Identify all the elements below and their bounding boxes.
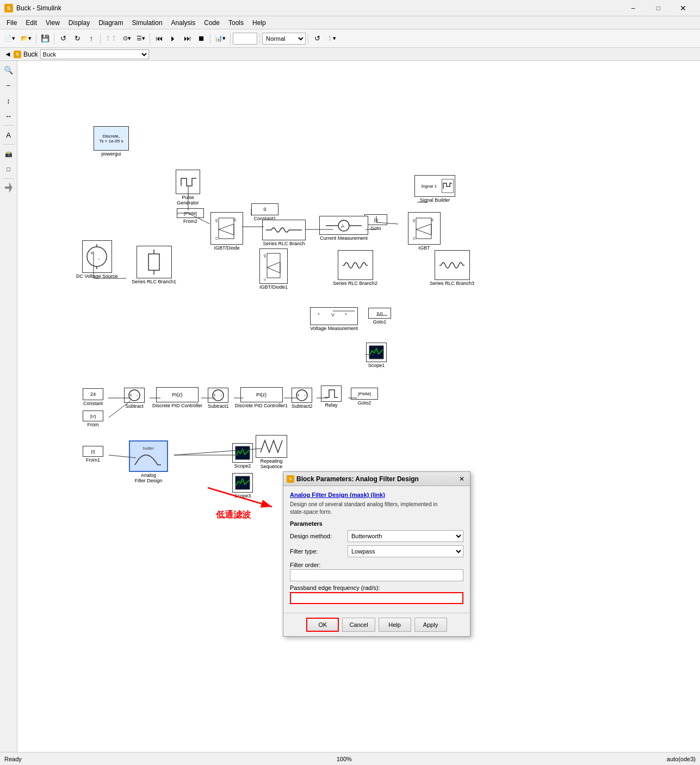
svg-line-60	[267, 268, 280, 273]
svg-text:g: g	[264, 253, 266, 258]
block-current-meas[interactable]: A Current Measurement	[319, 216, 368, 241]
menu-display[interactable]: Display	[64, 18, 94, 28]
pan-button[interactable]: ↔	[2, 109, 16, 123]
svg-text:+: +	[129, 393, 132, 398]
save-button[interactable]: 💾	[39, 32, 52, 46]
menu-diagram[interactable]: Diagram	[94, 18, 127, 28]
block-goto1[interactable]: [U] Goto1	[368, 308, 391, 325]
toolbar: 📄▾ 📂▾ 💾 ↺ ↻ ↑ ⋮⋮ ⊙▾ ☰▾ ⏮ ⏵ ⏭ ⏹ 📊▾ 20 Nor…	[0, 29, 700, 48]
library-button[interactable]: ⋮⋮	[103, 32, 119, 46]
block-from2[interactable]: [PWM] From2	[177, 208, 204, 224]
menu-simulation[interactable]: Simulation	[128, 18, 167, 28]
filter-type-select[interactable]: Lowpass Highpass Bandpass Bandstop	[348, 545, 463, 557]
block-pid-ctrl1[interactable]: PI(z) Discrete PID Controller1	[235, 387, 288, 408]
menu-edit[interactable]: Edit	[21, 18, 41, 28]
block-goto2[interactable]: [PWM] Goto2	[351, 388, 378, 406]
block-igbt-diode[interactable]: g E C IGBT/Diode	[210, 212, 243, 251]
block-scope3[interactable]: Scope3	[232, 473, 253, 499]
chart-button[interactable]: 📊▾	[213, 32, 228, 46]
breadcrumb-select[interactable]: Buck	[40, 49, 149, 59]
block-series-rlc1[interactable]: Series RLC Branch1	[132, 246, 176, 284]
block-from-u[interactable]: [U] From	[83, 411, 103, 427]
block-igbt-diode1[interactable]: g u IGBT/Diode1	[259, 248, 288, 290]
design-method-select[interactable]: Butterworth Chebyshev I Chebyshev II Ell…	[348, 530, 463, 542]
filter-type-row: Filter type: Lowpass Highpass Bandpass B…	[290, 545, 463, 557]
apply-button[interactable]: Apply	[414, 618, 447, 632]
refresh-button[interactable]: ↺	[311, 32, 324, 46]
maximize-button[interactable]: □	[646, 0, 671, 16]
dialog-close-button[interactable]: ✕	[457, 474, 467, 484]
block-subtract2[interactable]: + - Subtract2	[292, 388, 313, 409]
block-pid-ctrl[interactable]: PI(z) Discrete PID Controller	[152, 387, 202, 408]
block-from1-label: From1	[86, 457, 100, 463]
zoom-out-button[interactable]: −	[2, 78, 16, 92]
block-params-dialog[interactable]: S Block Parameters: Analog Filter Design…	[283, 471, 470, 637]
dialog-footer: OK Cancel Help Apply	[283, 613, 470, 636]
block-voltage-meas[interactable]: * V * Voltage Measurement	[310, 307, 358, 331]
block-dc-source[interactable]: + - DC Voltage Source	[76, 240, 118, 279]
block-from2-label: From2	[183, 219, 197, 224]
filter-order-input[interactable]: 2	[290, 569, 463, 581]
simscape-button[interactable]: ⊙▾	[120, 32, 133, 46]
block-button[interactable]: □	[2, 162, 16, 176]
minimize-button[interactable]: –	[621, 0, 646, 16]
block-subtract1[interactable]: + - Subtract1	[208, 388, 229, 409]
fit-button[interactable]: ↕	[2, 94, 16, 108]
block-constant1[interactable]: 0 Constant1	[251, 203, 278, 221]
debug-button[interactable]: ☰▾	[134, 32, 147, 46]
block-repeating-seq[interactable]: RepeatingSequence	[256, 435, 287, 469]
redo-button[interactable]: ↻	[71, 32, 84, 46]
block-series-rlc2[interactable]: Series RLC Branch2	[333, 250, 377, 286]
menu-tools[interactable]: Tools	[224, 18, 248, 28]
block-series-rlc1-label: Series RLC Branch1	[132, 279, 176, 284]
menu-view[interactable]: View	[41, 18, 64, 28]
stop-button[interactable]: ⏹	[195, 32, 208, 46]
block-subtract[interactable]: + - Subtract	[124, 388, 145, 409]
breadcrumb-nav-btn[interactable]: ◄	[4, 50, 11, 58]
block-signal-builder[interactable]: Signal 1 Signal Builder	[414, 175, 455, 203]
menu-help[interactable]: Help	[248, 18, 270, 28]
dialog-titlebar: S Block Parameters: Analog Filter Design…	[283, 472, 470, 486]
zoom-in-button[interactable]: 🔍	[2, 63, 16, 77]
sim-time-input[interactable]: 20	[233, 33, 257, 45]
svg-text:u: u	[264, 277, 266, 281]
block-igbt[interactable]: g E C IGBT	[408, 212, 441, 251]
sim-mode-select[interactable]: Normal Accelerator	[262, 33, 306, 45]
app-icon: S	[4, 4, 13, 13]
cancel-button[interactable]: Cancel	[342, 618, 375, 632]
wires-layer	[17, 61, 700, 752]
open-button[interactable]: 📂▾	[18, 32, 34, 46]
new-button[interactable]: 📄▾	[2, 32, 17, 46]
block-series-rlc[interactable]: Series RLC Branch	[262, 220, 306, 246]
up-button[interactable]: ↑	[85, 32, 98, 46]
ok-button[interactable]: OK	[306, 618, 339, 632]
statusbar-center: 100%	[337, 756, 352, 762]
close-button[interactable]: ✕	[671, 0, 696, 16]
svg-line-59	[267, 262, 280, 268]
toolbar-sep6	[230, 33, 231, 44]
block-analog-filter[interactable]: butter AnalogFilter Design	[129, 440, 168, 483]
pause-button[interactable]: ⏭	[181, 32, 194, 46]
menu-analysis[interactable]: Analysis	[167, 18, 200, 28]
block-pulse-gen[interactable]: PulseGenerator	[176, 170, 200, 206]
step-back-button[interactable]: ⏮	[152, 32, 165, 46]
grid-button[interactable]: ⋮▾	[325, 32, 338, 46]
menu-code[interactable]: Code	[200, 18, 224, 28]
menu-file[interactable]: File	[2, 18, 21, 28]
text-button[interactable]: A	[2, 128, 16, 142]
undo-button[interactable]: ↺	[57, 32, 70, 46]
block-series-rlc3[interactable]: Series RLC Branch3	[430, 250, 474, 286]
breadcrumb-root[interactable]: Buck	[23, 51, 38, 58]
screenshot-button[interactable]: 📸	[2, 147, 16, 161]
block-from1[interactable]: [I] From1	[83, 446, 103, 463]
help-button[interactable]: Help	[379, 618, 411, 632]
block-powergui[interactable]: Discrete, Ts = 1e-05 s powergui	[94, 126, 129, 157]
dialog-header-link[interactable]: Analog Filter Design (mask) (link)	[290, 492, 463, 498]
passband-freq-input[interactable]: 100	[290, 592, 463, 604]
dialog-title-text: Block Parameters: Analog Filter Design	[296, 475, 419, 483]
block-relay[interactable]: Relay	[321, 385, 342, 408]
block-scope2[interactable]: Scope2	[232, 443, 253, 469]
step-button[interactable]: ⏵	[166, 32, 179, 46]
block-constant24[interactable]: 24 Constant	[83, 388, 103, 406]
block-scope1[interactable]: Scope1	[366, 343, 387, 368]
